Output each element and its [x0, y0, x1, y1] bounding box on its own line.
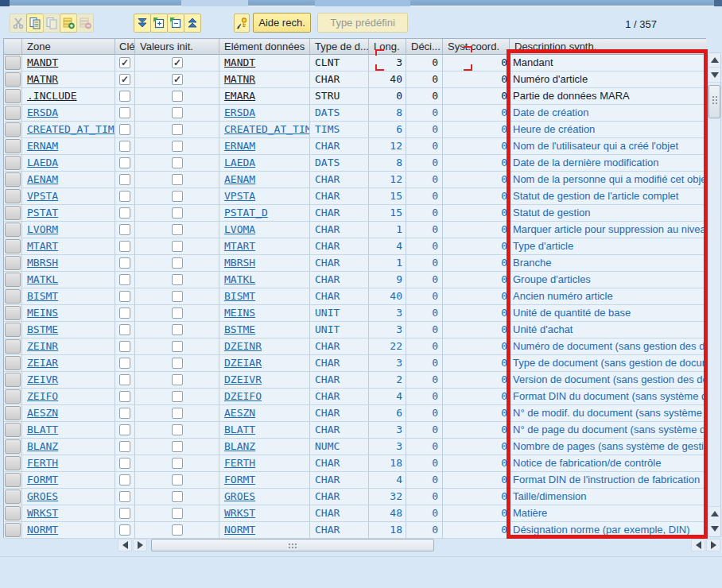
data-element-link[interactable]: DZEIAR	[219, 355, 310, 371]
header-zone[interactable]: Zone	[22, 39, 115, 55]
move-to-top-button[interactable]	[184, 14, 201, 33]
zone-field-link[interactable]: MTART	[22, 238, 115, 254]
data-element-link[interactable]: FERTH	[219, 455, 310, 471]
row-selector-button[interactable]	[5, 339, 21, 354]
data-element-link[interactable]: DZEINR	[219, 338, 310, 354]
header-cle[interactable]: Clé	[115, 39, 135, 55]
key-checkbox[interactable]	[119, 341, 130, 352]
header-element-donnees[interactable]: Elément données	[219, 39, 310, 55]
key-checkbox[interactable]	[119, 441, 130, 452]
initial-values-checkbox[interactable]	[172, 207, 183, 219]
zone-field-link[interactable]: MATNR	[22, 72, 115, 87]
initial-values-checkbox[interactable]	[172, 441, 183, 452]
initial-values-checkbox[interactable]: ✓	[172, 57, 183, 68]
column-scroll-left-button[interactable]	[691, 539, 705, 551]
initial-values-checkbox[interactable]	[172, 174, 183, 185]
zone-field-link[interactable]: FERTH	[22, 455, 115, 471]
key-checkbox[interactable]	[119, 241, 130, 252]
key-checkbox[interactable]	[119, 508, 130, 519]
row-selector-button[interactable]	[5, 72, 21, 87]
initial-values-checkbox[interactable]	[172, 191, 183, 202]
initial-values-checkbox[interactable]	[172, 324, 183, 335]
data-element-link[interactable]: BISMT	[219, 288, 310, 304]
row-selector-button[interactable]	[5, 56, 21, 70]
key-checkbox[interactable]	[119, 424, 130, 435]
initial-values-checkbox[interactable]	[172, 308, 183, 319]
row-selector-button[interactable]	[5, 439, 21, 454]
column-scroll-right-button[interactable]	[706, 539, 720, 551]
row-selector-button[interactable]	[5, 156, 21, 170]
key-checkbox[interactable]	[119, 107, 130, 118]
key-checkbox[interactable]: ✓	[119, 74, 130, 85]
horizontal-scrollbar[interactable]	[0, 539, 722, 553]
zone-field-link[interactable]: BSTME	[22, 322, 115, 338]
key-checkbox[interactable]	[119, 224, 130, 235]
header-type[interactable]: Type de d...	[310, 39, 369, 55]
data-element-link[interactable]: WRKST	[219, 505, 310, 521]
row-selector-button[interactable]	[5, 189, 21, 203]
row-selector-button[interactable]	[5, 406, 21, 420]
initial-values-checkbox[interactable]	[172, 241, 183, 252]
header-description[interactable]: Description synth.	[510, 39, 707, 55]
predefined-type-button[interactable]: Type prédéfini	[317, 13, 408, 33]
zone-field-link[interactable]: LAEDA	[22, 155, 115, 171]
initial-values-checkbox[interactable]	[172, 424, 183, 435]
scroll-right-button[interactable]	[133, 539, 147, 551]
scroll-down-button[interactable]	[708, 68, 720, 83]
key-checkbox[interactable]	[119, 141, 130, 152]
initial-values-checkbox[interactable]	[172, 224, 183, 235]
initial-values-checkbox[interactable]	[172, 291, 183, 302]
header-deci[interactable]: Déci...	[406, 39, 443, 55]
collapse-include-button[interactable]	[167, 14, 184, 33]
zone-field-link[interactable]: FORMT	[22, 472, 115, 488]
key-checkbox[interactable]	[119, 157, 130, 168]
data-element-link[interactable]: AESZN	[219, 405, 310, 421]
data-element-link[interactable]: MBRSH	[219, 255, 310, 271]
search-help-button[interactable]: Aide rech.	[253, 13, 311, 33]
row-selector-button[interactable]	[5, 323, 21, 337]
paste-button[interactable]	[43, 14, 60, 33]
zone-field-link[interactable]: AESZN	[22, 405, 115, 421]
zone-field-link[interactable]: MATKL	[22, 272, 115, 288]
page-down-button[interactable]	[708, 521, 720, 536]
zone-field-link[interactable]: WRKST	[22, 505, 115, 521]
row-selector-button[interactable]	[5, 489, 21, 504]
header-select-all[interactable]	[4, 39, 22, 55]
data-element-link[interactable]: BLATT	[219, 422, 310, 438]
initial-values-checkbox[interactable]	[172, 508, 183, 519]
zone-field-link[interactable]: ZEIVR	[22, 372, 115, 388]
row-selector-button[interactable]	[5, 423, 21, 437]
key-checkbox[interactable]	[119, 374, 130, 385]
row-selector-button[interactable]	[5, 139, 21, 153]
header-syst-coord[interactable]: Syst.coord.	[443, 39, 510, 55]
key-checkbox[interactable]	[119, 458, 130, 469]
key-checkbox[interactable]	[119, 291, 130, 302]
horizontal-scrollbar-thumb[interactable]	[151, 539, 434, 551]
data-element-link[interactable]: FORMT	[219, 472, 310, 488]
data-element-link[interactable]: ERNAM	[219, 138, 310, 154]
row-selector-button[interactable]	[5, 473, 21, 487]
zone-field-link[interactable]: ZEIFO	[22, 389, 115, 404]
data-element-link[interactable]: AENAM	[219, 172, 310, 188]
delete-row-button[interactable]	[76, 14, 94, 33]
data-element-link[interactable]: BSTME	[219, 322, 310, 338]
zone-field-link[interactable]: ZEINR	[22, 338, 115, 354]
key-checkbox[interactable]	[119, 408, 130, 419]
zone-field-link[interactable]: LVORM	[22, 222, 115, 238]
data-element-link[interactable]: DZEIFO	[219, 389, 310, 404]
data-element-link[interactable]: BLANZ	[219, 439, 310, 455]
initial-values-checkbox[interactable]	[172, 107, 183, 118]
initial-values-checkbox[interactable]	[172, 257, 183, 269]
zone-field-link[interactable]: NORMT	[22, 522, 115, 538]
initial-values-checkbox[interactable]	[172, 358, 183, 369]
row-selector-button[interactable]	[5, 239, 21, 253]
page-up-button[interactable]	[708, 506, 720, 520]
row-selector-button[interactable]	[5, 523, 21, 537]
data-element-link[interactable]: MANDT	[219, 55, 310, 71]
initial-values-checkbox[interactable]: ✓	[172, 74, 183, 85]
key-checkbox[interactable]	[119, 491, 130, 502]
key-checkbox[interactable]	[119, 207, 130, 219]
insert-row-button[interactable]	[60, 14, 77, 33]
key-checkbox[interactable]	[119, 124, 130, 135]
row-selector-button[interactable]	[5, 256, 21, 270]
